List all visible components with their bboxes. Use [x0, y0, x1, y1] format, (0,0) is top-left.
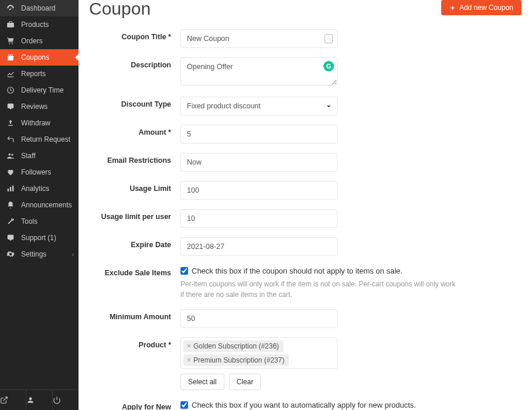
- usage-limit-per-user-label: Usage limit per user: [89, 209, 180, 221]
- apply-new-products-text: Check this box if you want to automatica…: [192, 401, 416, 409]
- svg-line-12: [4, 397, 7, 401]
- svg-rect-5: [10, 56, 11, 61]
- power-button[interactable]: [53, 390, 79, 410]
- comment-icon: [6, 234, 15, 242]
- sidebar-item-reviews[interactable]: Reviews: [0, 98, 79, 115]
- sidebar-item-analytics[interactable]: Analytics: [0, 180, 79, 197]
- coupon-title-label: Coupon Title *: [89, 29, 180, 41]
- chevron-right-icon: ›: [72, 251, 74, 258]
- svg-point-1: [9, 43, 10, 45]
- undo-icon: [6, 135, 15, 144]
- lastpass-icon[interactable]: ⋯: [325, 34, 333, 43]
- sidebar-bottom-bar: [0, 390, 79, 410]
- minimum-amount-input[interactable]: [180, 309, 337, 328]
- sidebar-item-staff[interactable]: Staff: [0, 148, 79, 164]
- add-button-label: Add new Coupon: [459, 4, 513, 12]
- svg-rect-9: [8, 189, 9, 192]
- bell-icon: [6, 201, 15, 209]
- gift-icon: [6, 53, 15, 62]
- main-content: Coupon Add new Coupon Coupon Title * ⋯ D…: [79, 0, 532, 410]
- add-new-coupon-button[interactable]: Add new Coupon: [441, 0, 521, 15]
- product-tag-label: Golden Subscription (#236): [193, 342, 279, 350]
- briefcase-icon: [6, 20, 15, 29]
- sidebar-item-label: Products: [21, 20, 49, 29]
- sidebar-item-delivery-time[interactable]: Delivery Time: [0, 82, 79, 98]
- sidebar-item-withdraw[interactable]: Withdraw: [0, 115, 79, 131]
- tachometer-icon: [6, 4, 15, 12]
- user-button[interactable]: [26, 390, 53, 410]
- sidebar-item-label: Staff: [21, 152, 35, 160]
- product-tag-label: Premium Subscription (#237): [193, 356, 284, 364]
- remove-tag-icon[interactable]: ×: [186, 342, 192, 350]
- svg-point-2: [12, 43, 13, 45]
- external-link-button[interactable]: [0, 390, 26, 410]
- usage-limit-per-user-input[interactable]: [180, 209, 337, 228]
- upload-icon: [6, 119, 15, 127]
- sidebar-item-settings[interactable]: Settings›: [0, 246, 79, 262]
- amount-input[interactable]: [180, 125, 337, 144]
- discount-type-label: Discount Type: [89, 97, 180, 108]
- page-title: Coupon: [89, 0, 151, 19]
- sidebar-item-return-request[interactable]: Return Request: [0, 131, 79, 148]
- sidebar-item-dashboard[interactable]: Dashboard: [0, 0, 79, 16]
- sidebar-item-label: Reviews: [21, 102, 47, 111]
- discount-type-select[interactable]: Fixed product discount: [180, 97, 337, 115]
- sidebar-item-label: Followers: [21, 168, 51, 176]
- product-label: Product *: [89, 337, 180, 349]
- sidebar-item-followers[interactable]: Followers: [0, 164, 79, 180]
- sidebar-item-label: Dashboard: [21, 4, 56, 12]
- sidebar-item-label: Announcements: [21, 201, 72, 209]
- svg-point-7: [9, 153, 11, 156]
- sidebar-item-label: Analytics: [21, 184, 49, 193]
- amount-label: Amount *: [89, 125, 180, 136]
- svg-rect-0: [7, 23, 14, 28]
- remove-tag-icon[interactable]: ×: [186, 356, 192, 364]
- coupon-title-input[interactable]: [180, 29, 337, 48]
- sidebar-item-label: Reports: [21, 70, 46, 78]
- sidebar-item-label: Tools: [21, 217, 37, 226]
- expire-date-label: Expire Date: [89, 237, 180, 249]
- sidebar-item-tools[interactable]: Tools: [0, 213, 79, 230]
- product-select[interactable]: ×Golden Subscription (#236)×Premium Subs…: [180, 337, 337, 369]
- heart-icon: [6, 168, 15, 176]
- sidebar-item-coupons[interactable]: Coupons: [0, 49, 79, 66]
- expire-date-input[interactable]: [180, 237, 337, 256]
- clock-icon: [6, 86, 15, 94]
- sidebar-item-label: Coupons: [21, 53, 49, 62]
- exclude-sale-items-label: Exclude Sale Items: [89, 265, 180, 277]
- cart-icon: [6, 37, 15, 45]
- plus-icon: [449, 5, 456, 11]
- sidebar-item-support-1-[interactable]: Support (1): [0, 230, 79, 246]
- comment-icon: [6, 102, 15, 111]
- sidebar: DashboardProductsOrdersCouponsReportsDel…: [0, 0, 79, 410]
- sidebar-item-orders[interactable]: Orders: [0, 33, 79, 49]
- svg-rect-10: [10, 187, 11, 192]
- description-label: Description: [89, 57, 180, 69]
- sidebar-item-reports[interactable]: Reports: [0, 66, 79, 82]
- usage-limit-input[interactable]: [180, 181, 337, 200]
- exclude-sale-items-checkbox[interactable]: [180, 267, 188, 275]
- email-restrictions-label: Email Restrictions: [89, 153, 180, 165]
- usage-limit-label: Usage Limit: [89, 181, 180, 193]
- bars-icon: [6, 184, 15, 193]
- description-textarea[interactable]: Opening Offer: [180, 57, 337, 86]
- grammarly-icon[interactable]: G: [323, 61, 334, 71]
- svg-rect-11: [12, 186, 13, 192]
- apply-new-products-label: Apply for New Products: [89, 399, 180, 410]
- svg-point-8: [11, 154, 13, 156]
- sidebar-item-label: Support (1): [21, 234, 56, 242]
- email-restrictions-input[interactable]: [180, 153, 337, 172]
- product-tag: ×Premium Subscription (#237): [183, 354, 289, 366]
- select-all-button[interactable]: Select all: [180, 374, 224, 390]
- product-tag: ×Golden Subscription (#236): [183, 340, 284, 352]
- sidebar-item-label: Withdraw: [21, 119, 50, 127]
- exclude-sale-items-text: Check this box if the coupon should not …: [192, 266, 403, 275]
- sidebar-item-label: Orders: [21, 37, 43, 45]
- chart-icon: [6, 70, 15, 78]
- sidebar-item-label: Return Request: [21, 135, 70, 144]
- sidebar-item-products[interactable]: Products: [0, 16, 79, 33]
- users-icon: [6, 152, 15, 160]
- clear-button[interactable]: Clear: [229, 374, 261, 390]
- apply-new-products-checkbox[interactable]: [180, 401, 188, 409]
- sidebar-item-announcements[interactable]: Announcements: [0, 197, 79, 213]
